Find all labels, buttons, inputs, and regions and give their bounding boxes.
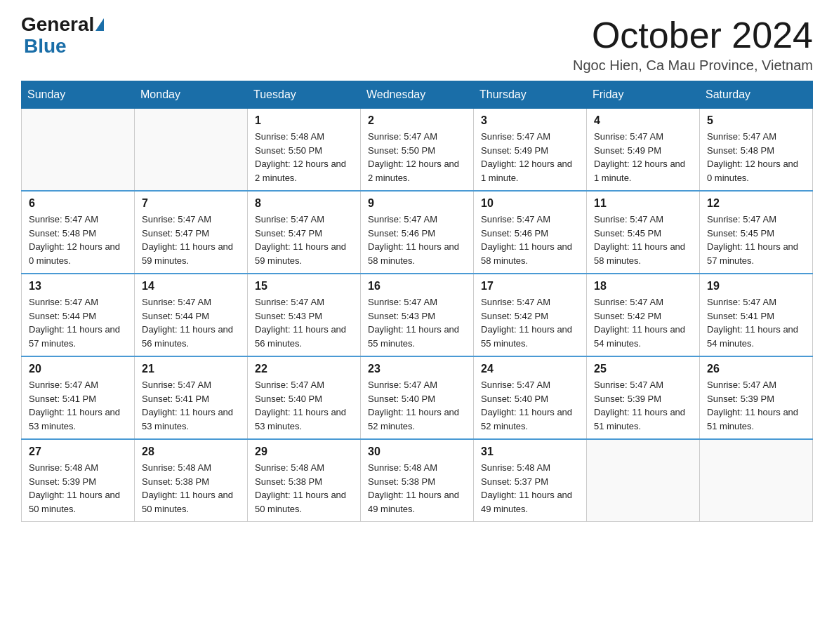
day-info: Sunrise: 5:48 AMSunset: 5:38 PMDaylight:…	[255, 461, 353, 516]
day-info: Sunrise: 5:47 AMSunset: 5:48 PMDaylight:…	[707, 130, 805, 185]
day-info: Sunrise: 5:47 AMSunset: 5:47 PMDaylight:…	[255, 213, 353, 267]
day-number: 12	[707, 197, 805, 210]
calendar-cell: 18Sunrise: 5:47 AMSunset: 5:42 PMDayligh…	[587, 274, 700, 356]
calendar-cell: 21Sunrise: 5:47 AMSunset: 5:41 PMDayligh…	[135, 356, 248, 439]
day-number: 3	[481, 114, 579, 127]
day-number: 23	[368, 363, 466, 375]
calendar-cell: 14Sunrise: 5:47 AMSunset: 5:44 PMDayligh…	[135, 274, 248, 356]
week-row-5: 27Sunrise: 5:48 AMSunset: 5:39 PMDayligh…	[22, 439, 813, 522]
calendar-cell: 9Sunrise: 5:47 AMSunset: 5:46 PMDaylight…	[361, 191, 474, 274]
day-number: 26	[707, 363, 805, 375]
day-info: Sunrise: 5:47 AMSunset: 5:47 PMDaylight:…	[142, 213, 240, 267]
day-number: 27	[29, 445, 127, 458]
col-header-saturday: Saturday	[700, 81, 813, 109]
page-header: General Blue October 2024 Ngoc Hien, Ca …	[21, 14, 813, 74]
col-header-friday: Friday	[587, 81, 700, 109]
day-number: 6	[29, 197, 127, 210]
day-number: 2	[368, 114, 466, 127]
header-row: SundayMondayTuesdayWednesdayThursdayFrid…	[22, 81, 813, 109]
day-number: 4	[594, 114, 692, 127]
day-number: 18	[594, 280, 692, 293]
day-number: 10	[481, 197, 579, 210]
day-number: 5	[707, 114, 805, 127]
day-info: Sunrise: 5:47 AMSunset: 5:41 PMDaylight:…	[707, 295, 805, 350]
logo-triangle-icon	[95, 18, 104, 31]
day-number: 9	[368, 197, 466, 210]
day-info: Sunrise: 5:47 AMSunset: 5:43 PMDaylight:…	[255, 295, 353, 350]
calendar-cell: 6Sunrise: 5:47 AMSunset: 5:48 PMDaylight…	[22, 191, 135, 274]
logo-blue-text: Blue	[24, 36, 104, 58]
calendar-cell	[587, 439, 700, 522]
day-number: 8	[255, 197, 353, 210]
calendar-cell: 15Sunrise: 5:47 AMSunset: 5:43 PMDayligh…	[248, 274, 361, 356]
day-number: 30	[368, 445, 466, 458]
calendar-cell: 30Sunrise: 5:48 AMSunset: 5:38 PMDayligh…	[361, 439, 474, 522]
calendar-cell: 28Sunrise: 5:48 AMSunset: 5:38 PMDayligh…	[135, 439, 248, 522]
calendar-cell: 11Sunrise: 5:47 AMSunset: 5:45 PMDayligh…	[587, 191, 700, 274]
calendar-cell: 19Sunrise: 5:47 AMSunset: 5:41 PMDayligh…	[700, 274, 813, 356]
day-info: Sunrise: 5:48 AMSunset: 5:38 PMDaylight:…	[368, 461, 466, 516]
day-info: Sunrise: 5:47 AMSunset: 5:49 PMDaylight:…	[481, 130, 579, 185]
calendar-cell: 5Sunrise: 5:47 AMSunset: 5:48 PMDaylight…	[700, 109, 813, 192]
day-number: 14	[142, 280, 240, 293]
day-info: Sunrise: 5:48 AMSunset: 5:38 PMDaylight:…	[142, 461, 240, 516]
day-info: Sunrise: 5:47 AMSunset: 5:42 PMDaylight:…	[594, 295, 692, 350]
day-number: 29	[255, 445, 353, 458]
col-header-thursday: Thursday	[474, 81, 587, 109]
day-number: 17	[481, 280, 579, 293]
day-number: 24	[481, 363, 579, 375]
day-info: Sunrise: 5:47 AMSunset: 5:41 PMDaylight:…	[29, 378, 127, 433]
calendar-cell: 13Sunrise: 5:47 AMSunset: 5:44 PMDayligh…	[22, 274, 135, 356]
col-header-monday: Monday	[135, 81, 248, 109]
week-row-2: 6Sunrise: 5:47 AMSunset: 5:48 PMDaylight…	[22, 191, 813, 274]
day-info: Sunrise: 5:47 AMSunset: 5:49 PMDaylight:…	[594, 130, 692, 185]
logo: General Blue	[21, 14, 104, 58]
day-info: Sunrise: 5:47 AMSunset: 5:44 PMDaylight:…	[29, 295, 127, 350]
day-info: Sunrise: 5:47 AMSunset: 5:39 PMDaylight:…	[707, 378, 805, 433]
day-number: 7	[142, 197, 240, 210]
calendar-cell: 29Sunrise: 5:48 AMSunset: 5:38 PMDayligh…	[248, 439, 361, 522]
day-info: Sunrise: 5:47 AMSunset: 5:46 PMDaylight:…	[481, 213, 579, 267]
title-block: October 2024 Ngoc Hien, Ca Mau Province,…	[573, 14, 813, 74]
calendar-cell: 2Sunrise: 5:47 AMSunset: 5:50 PMDaylight…	[361, 109, 474, 192]
location-title: Ngoc Hien, Ca Mau Province, Vietnam	[573, 58, 813, 74]
day-info: Sunrise: 5:47 AMSunset: 5:48 PMDaylight:…	[29, 213, 127, 267]
calendar-cell: 7Sunrise: 5:47 AMSunset: 5:47 PMDaylight…	[135, 191, 248, 274]
day-info: Sunrise: 5:47 AMSunset: 5:40 PMDaylight:…	[368, 378, 466, 433]
day-info: Sunrise: 5:48 AMSunset: 5:39 PMDaylight:…	[29, 461, 127, 516]
day-number: 22	[255, 363, 353, 375]
calendar-cell: 12Sunrise: 5:47 AMSunset: 5:45 PMDayligh…	[700, 191, 813, 274]
calendar-header: SundayMondayTuesdayWednesdayThursdayFrid…	[22, 81, 813, 109]
col-header-tuesday: Tuesday	[248, 81, 361, 109]
calendar-cell: 20Sunrise: 5:47 AMSunset: 5:41 PMDayligh…	[22, 356, 135, 439]
day-number: 15	[255, 280, 353, 293]
week-row-3: 13Sunrise: 5:47 AMSunset: 5:44 PMDayligh…	[22, 274, 813, 356]
col-header-sunday: Sunday	[22, 81, 135, 109]
day-number: 1	[255, 114, 353, 127]
calendar-table: SundayMondayTuesdayWednesdayThursdayFrid…	[21, 81, 813, 522]
day-number: 21	[142, 363, 240, 375]
day-number: 25	[594, 363, 692, 375]
calendar-cell: 27Sunrise: 5:48 AMSunset: 5:39 PMDayligh…	[22, 439, 135, 522]
day-number: 31	[481, 445, 579, 458]
calendar-cell: 3Sunrise: 5:47 AMSunset: 5:49 PMDaylight…	[474, 109, 587, 192]
month-title: October 2024	[573, 14, 813, 56]
calendar-cell	[135, 109, 248, 192]
calendar-cell: 26Sunrise: 5:47 AMSunset: 5:39 PMDayligh…	[700, 356, 813, 439]
calendar-cell: 22Sunrise: 5:47 AMSunset: 5:40 PMDayligh…	[248, 356, 361, 439]
calendar-cell: 23Sunrise: 5:47 AMSunset: 5:40 PMDayligh…	[361, 356, 474, 439]
calendar-cell: 31Sunrise: 5:48 AMSunset: 5:37 PMDayligh…	[474, 439, 587, 522]
day-info: Sunrise: 5:47 AMSunset: 5:40 PMDaylight:…	[255, 378, 353, 433]
calendar-cell	[700, 439, 813, 522]
day-info: Sunrise: 5:47 AMSunset: 5:44 PMDaylight:…	[142, 295, 240, 350]
calendar-cell: 10Sunrise: 5:47 AMSunset: 5:46 PMDayligh…	[474, 191, 587, 274]
week-row-1: 1Sunrise: 5:48 AMSunset: 5:50 PMDaylight…	[22, 109, 813, 192]
calendar-cell: 25Sunrise: 5:47 AMSunset: 5:39 PMDayligh…	[587, 356, 700, 439]
calendar-cell: 16Sunrise: 5:47 AMSunset: 5:43 PMDayligh…	[361, 274, 474, 356]
day-info: Sunrise: 5:48 AMSunset: 5:37 PMDaylight:…	[481, 461, 579, 516]
calendar-cell: 8Sunrise: 5:47 AMSunset: 5:47 PMDaylight…	[248, 191, 361, 274]
day-number: 11	[594, 197, 692, 210]
calendar-cell: 17Sunrise: 5:47 AMSunset: 5:42 PMDayligh…	[474, 274, 587, 356]
day-info: Sunrise: 5:47 AMSunset: 5:39 PMDaylight:…	[594, 378, 692, 433]
day-info: Sunrise: 5:47 AMSunset: 5:41 PMDaylight:…	[142, 378, 240, 433]
